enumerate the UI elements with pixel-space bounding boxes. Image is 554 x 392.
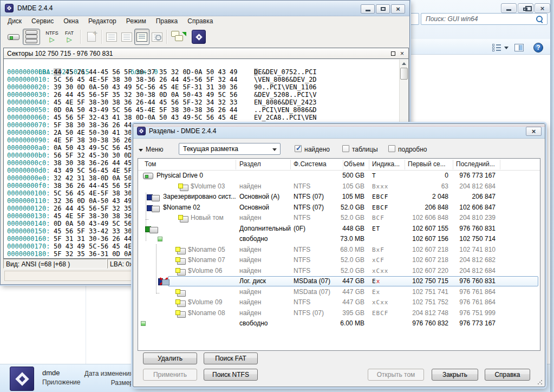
explorer-minimize-button[interactable] [501, 3, 517, 13]
ntfs-label: NTFS [45, 31, 58, 36]
main-maximize-button[interactable] [376, 4, 390, 14]
views-dropdown-icon[interactable] [504, 47, 509, 49]
table-header[interactable]: ТомРазделФ.СистемаОбъемИндика...Первый с… [138, 159, 540, 171]
column-header-1[interactable]: Том [145, 160, 156, 168]
preview-pane-button[interactable] [514, 44, 524, 51]
dialog-menu-button[interactable]: Меню [139, 146, 163, 153]
partition-row[interactable]: Новый томнайденNTFS52.0 GB BCF102 606 84… [138, 213, 540, 224]
column-divider[interactable] [236, 160, 236, 169]
ntfs-search-button[interactable]: NTFS▷ [44, 29, 60, 45]
partition-row[interactable]: свободно6.00 MB976 760 832976 773 167 [138, 318, 540, 329]
checkbox-label-3[interactable]: подробно [398, 146, 427, 153]
delete-button[interactable]: Удалить [143, 352, 197, 364]
dialog-titlebar[interactable]: Разделы - DMDE 2.4.4 [133, 124, 545, 139]
search-placeholder: Поиск: GUI win64 [426, 15, 478, 23]
menu-item-6[interactable]: Правка [151, 16, 183, 27]
hex-bytes[interactable]: 44 45 26 44-45 56 5F 30-37 35 32 0D-0A 5… [54, 68, 254, 76]
hex-bytes[interactable]: 0D 0A 50 43-49 5C 56 45-4E 5F 38 30-38 3… [54, 106, 254, 114]
fat-search-button[interactable]: FAT▷ [61, 29, 77, 45]
hex-bytes-rest: 45 26 44-45 56 5F 30-37 35 32 0D-0A 50 4… [61, 68, 237, 76]
indicators: ET [372, 224, 380, 234]
hex-ascii[interactable]: EV_2CA8..PCI\VEN [254, 114, 317, 121]
menu-item-3[interactable]: Окна [58, 16, 83, 27]
partition-row[interactable]: Physical Drive 0500 GBT0976 773 167 [138, 171, 540, 181]
menu-item-5[interactable]: Режим [121, 16, 151, 27]
menu-item-7[interactable]: Справка [183, 16, 218, 27]
main-minimize-button[interactable] [361, 4, 375, 14]
dialog-close-button[interactable]: × [526, 127, 542, 136]
explorer-close-button[interactable]: × [535, 3, 550, 13]
column-divider[interactable] [500, 160, 500, 169]
hex-address: 00000000e0: [7, 174, 54, 182]
partition-row[interactable]: свободно73.0 MB102 607 156102 750 714 [138, 234, 540, 245]
partition-row[interactable]: $Volume 03найденNTFS105 GBBxxx63204 812 … [138, 181, 540, 192]
explorer-restore-button[interactable] [518, 3, 533, 13]
hex-ascii[interactable]: &DEV_5208..PCI\V [254, 91, 317, 99]
column-header-2[interactable]: Раздел [239, 160, 261, 168]
search-input[interactable]: Поиск: GUI win64 [421, 13, 548, 25]
checkbox-2[interactable] [342, 145, 349, 152]
checkbox-3[interactable] [388, 145, 395, 152]
drive-icon [143, 173, 153, 179]
main-titlebar[interactable]: DMDE 2.4.4 [1, 1, 409, 16]
panel-maximize-button[interactable] [389, 50, 396, 57]
hex-bytes[interactable]: 45 56 5F 32-43 41 38 0D-0A 50 43 49-5C 5… [54, 114, 254, 121]
column-header-4[interactable]: Объем [344, 160, 364, 168]
partitions-button[interactable] [23, 29, 40, 45]
partition-row[interactable]: $Noname 07найденNTFS52.0 GBxCF102 607 21… [138, 255, 540, 266]
column-divider[interactable] [405, 160, 405, 169]
column-header-6[interactable]: Первый се... [408, 160, 446, 168]
hex-bytes[interactable]: 26 44 45 56-5F 35 32 30-38 0D 0A 50-43 4… [54, 91, 254, 99]
hex-ascii[interactable]: \VEN_8086&DEV_2D [254, 76, 317, 83]
partition-row[interactable]: $Noname 05найденNTFS68.0 MBBxF102 607 21… [138, 245, 540, 256]
partition-row[interactable]: найденMSData (07)447 GBEx102 751 741976 … [138, 287, 540, 298]
column-header-7[interactable]: Последний... [456, 160, 495, 168]
partition-row[interactable]: $Noname 08найденNTFS (07)395 GBEBCF204 8… [138, 308, 540, 319]
hex-bytes[interactable]: 5C 56 45 4E-5F 38 30 38-36 26 44 45-56 5… [54, 76, 254, 83]
menu-item-4[interactable]: Редактор [83, 16, 121, 27]
hex-bytes[interactable]: 45 4E 5F 38-30 38 36 26-44 45 56 5F-32 3… [54, 99, 254, 106]
open-disk-button[interactable] [5, 29, 22, 45]
column-divider[interactable] [453, 160, 453, 169]
copy-sectors-button[interactable] [169, 29, 187, 45]
partition-row[interactable]: Дополнительный(0F)448 GBET102 607 155976… [138, 224, 540, 234]
hex-ascii[interactable]: EN_8086&DEV_2423 [254, 99, 317, 106]
help-button[interactable]: Справка [485, 369, 530, 381]
layout-select[interactable]: Текущая разметка [179, 143, 281, 155]
column-header-5[interactable]: Индика... [372, 160, 400, 168]
scrollbar-thumb[interactable] [400, 68, 408, 80]
hex-ascii[interactable]: 90..PCI\VEN_1106 [254, 83, 317, 91]
column-divider[interactable] [369, 160, 369, 169]
views-button[interactable] [492, 44, 501, 51]
menu-item-1[interactable]: Диск [3, 16, 27, 27]
indicators: T [372, 171, 376, 181]
partition-row[interactable]: Зарезервировано сист...Основной (A)NTFS … [138, 192, 540, 202]
help-icon[interactable]: ? [533, 43, 543, 53]
partition-row[interactable]: $Volume 06найденNTFS52.0 GBxCxx102 607 2… [138, 266, 540, 277]
search-ntfs-button[interactable]: Поиск NTFS [204, 369, 258, 381]
resize-grip[interactable] [537, 380, 543, 385]
dmde-about-button[interactable] [190, 29, 207, 45]
checkbox-label-1[interactable]: найдено [304, 146, 330, 153]
search-fat-button[interactable]: Поиск FAT [204, 352, 258, 364]
partition-row[interactable]: Лог. дискMSData (07)447 GBEx102 750 7159… [138, 276, 540, 287]
checkbox-label-2[interactable]: таблицы [352, 146, 378, 153]
menu-item-2[interactable]: Сервис [27, 16, 58, 27]
hex-ascii[interactable]: DE&DEV_0752..PCI [254, 68, 317, 76]
hex-cursor[interactable]: 44 [54, 68, 61, 76]
sector-view-button[interactable] [134, 29, 149, 45]
column-header-3[interactable]: Ф.Система [294, 160, 327, 168]
partition-row[interactable]: $Volume 09найденNTFS447 GBxCxx102 751 75… [138, 297, 540, 308]
partitions-dialog: Разделы - DMDE 2.4.4 × Меню Текущая разм… [133, 123, 545, 387]
checkbox-1[interactable] [295, 145, 302, 152]
partition-row[interactable]: $Noname 02ОсновнойNTFS (07)52.0 GBEBCF20… [138, 202, 540, 213]
panel-close-button[interactable]: × [399, 50, 406, 57]
hex-ascii[interactable]: ..PCI\VEN_8086&D [254, 106, 317, 114]
column-divider[interactable] [290, 160, 291, 169]
scroll-up-button[interactable] [401, 60, 407, 67]
hex-bytes[interactable]: 39 30 0D 0A-50 43 49 5C-56 45 4E 5F-31 3… [54, 83, 254, 91]
indicators: BxF [372, 245, 384, 256]
main-close-button[interactable]: × [391, 4, 405, 14]
column-divider[interactable] [343, 160, 343, 169]
close-button[interactable]: Закрыть [432, 369, 478, 381]
